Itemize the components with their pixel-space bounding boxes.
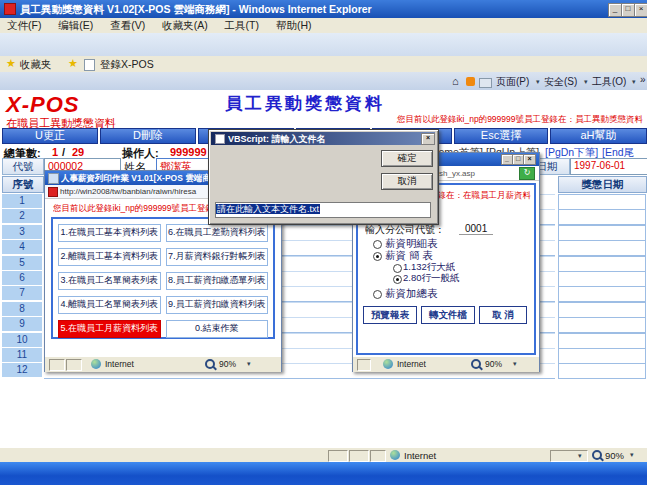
taskbar: 开始 e » 3 新... 3 W...▾ 3 R...▾ Glob... 4 …	[0, 462, 647, 485]
dialog-icon	[215, 134, 225, 144]
seq-row[interactable]: 2	[2, 209, 42, 223]
seq-row[interactable]: 8	[2, 302, 42, 316]
radio-salary-detail[interactable]	[373, 240, 382, 249]
salary-window-url[interactable]: sh_yx.asp	[439, 169, 515, 178]
radio-salary-total-label[interactable]: 薪資加總表	[385, 287, 438, 301]
menu-item-8[interactable]: 8.員工薪資扣繳憑單列表	[166, 272, 269, 290]
menu-item-6[interactable]: 6.在職員工差勤資料列表	[166, 224, 269, 242]
date-input[interactable]: 1997-06-01	[570, 158, 647, 175]
print-menu-panel: 1.在職員工基本資料列表 6.在職員工差勤資料列表 2.離職員工基本資料列表 7…	[51, 217, 275, 339]
filename-input[interactable]: 請在此輸入文本文件名.txt	[215, 202, 431, 218]
zoom-dd-icon[interactable]: ▾	[630, 451, 634, 459]
print-window-statusbar: Internet 90% ▾	[45, 356, 281, 372]
vbscript-dialog-titlebar: VBScript: 請輸入文件名 ×	[211, 132, 435, 145]
btn-update[interactable]: U更正	[2, 128, 98, 144]
total-sep: /	[62, 146, 65, 158]
seq-row[interactable]: 1	[2, 194, 42, 208]
feeds-icon[interactable]	[466, 77, 475, 86]
seq-row[interactable]: 4	[2, 240, 42, 254]
go-refresh-icon[interactable]: ↻	[519, 167, 535, 180]
print-window-favicon	[48, 187, 58, 197]
favorites-star-icon[interactable]: ★	[6, 57, 16, 70]
company-code-value[interactable]: 0001	[459, 223, 493, 235]
menu-item-4[interactable]: 4.離職員工名單簡表列表	[58, 296, 161, 314]
btn-delete[interactable]: D刪除	[100, 128, 196, 144]
menu-item-3[interactable]: 3.在職員工名單簡表列表	[58, 272, 161, 290]
menu-tools[interactable]: 工具(T)	[218, 18, 266, 34]
zoom-level[interactable]: 90%	[485, 359, 502, 369]
export-file-button[interactable]: 轉文件檔	[421, 306, 475, 324]
award-date-cell	[558, 240, 646, 256]
address-bar: ← → http://win2008/tw/salary/ygydl.asp?m…	[0, 33, 647, 56]
btn-help[interactable]: aH幫助	[550, 128, 647, 144]
protected-mode-box[interactable]: ▾	[550, 450, 588, 462]
favorites-label[interactable]: 收藏夹	[20, 58, 52, 72]
radio-salary-brief[interactable]	[373, 252, 382, 261]
zoom-level[interactable]: 90%	[219, 359, 236, 369]
seq-row[interactable]: 9	[2, 317, 42, 331]
seq-row[interactable]: 12	[2, 363, 42, 377]
internet-zone-icon	[383, 359, 393, 369]
btn-esc-select[interactable]: Esc選擇	[454, 128, 548, 144]
cmd-tools[interactable]: 工具(O)	[592, 75, 626, 89]
zoom-level[interactable]: 90%	[605, 450, 624, 461]
seq-row[interactable]: 3	[2, 225, 42, 239]
menu-item-2[interactable]: 2.離職員工基本資料列表	[58, 248, 161, 266]
minimize-button[interactable]: _	[608, 3, 622, 17]
award-date-cell	[558, 333, 646, 349]
menu-item-1[interactable]: 1.在職員工基本資料列表	[58, 224, 161, 242]
close-button[interactable]: ×	[634, 3, 647, 17]
screen: 員工異動獎懲資料 V1.02[X-POS 雲端商務網] - Windows In…	[0, 0, 647, 485]
seq-row[interactable]: 6	[2, 271, 42, 285]
ie-status-bar: Internet ▾ 90% ▾	[0, 447, 647, 463]
seq-row[interactable]: 11	[2, 348, 42, 362]
window-titlebar: 員工異動獎懲資料 V1.02[X-POS 雲端商務網] - Windows In…	[0, 0, 647, 18]
menu-file[interactable]: 文件(F)	[0, 18, 48, 34]
tab-bar: 員工異動獎懲資料 V1.02[X-POS 雲端商務網] ⌂ 页面(P)▾ 安全(…	[0, 72, 647, 91]
status-segment	[328, 450, 348, 462]
add-favorite-icon[interactable]: ★	[68, 57, 78, 70]
cmd-safety-dd-icon: ▾	[584, 78, 588, 86]
total-current: 1	[52, 146, 58, 158]
menu-item-5-active[interactable]: 5.在職員工月薪資料列表	[58, 320, 161, 338]
operator-value: 999999	[170, 146, 207, 158]
ok-button[interactable]: 確定	[381, 150, 433, 167]
menu-favorites[interactable]: 收藏夹(A)	[155, 18, 215, 34]
zoom-icon	[205, 359, 215, 369]
toolbar-overflow-icon[interactable]: »	[640, 74, 646, 85]
cmd-page[interactable]: 页面(P)	[496, 75, 529, 89]
home-icon[interactable]: ⌂	[452, 75, 459, 87]
radio-paper-80-label[interactable]: 2.80行一般紙	[403, 272, 460, 285]
preview-report-button[interactable]: 預覽報表	[363, 306, 417, 324]
radio-paper-80[interactable]	[393, 275, 402, 284]
print-icon[interactable]	[479, 78, 492, 88]
status-segment	[349, 450, 369, 462]
cmd-safety[interactable]: 安全(S)	[544, 75, 577, 89]
favorites-link-xpos[interactable]: 登錄X-POS	[100, 58, 154, 72]
menu-help[interactable]: 帮助(H)	[269, 18, 319, 34]
close-button[interactable]: ×	[523, 154, 536, 165]
status-segment	[49, 359, 65, 371]
filename-input-selected-text: 請在此輸入文本文件名.txt	[216, 204, 320, 214]
seq-row[interactable]: 7	[2, 286, 42, 300]
close-icon[interactable]: ×	[421, 133, 435, 145]
maximize-button[interactable]: □	[621, 3, 635, 17]
zoom-dd-icon[interactable]: ▾	[247, 360, 251, 368]
seq-row[interactable]: 10	[2, 333, 42, 347]
seq-row[interactable]: 5	[2, 256, 42, 270]
menu-item-0-exit[interactable]: 0.結束作業	[166, 320, 269, 338]
radio-paper-132[interactable]	[393, 264, 402, 273]
menu-item-7[interactable]: 7.月薪資料銀行對帳列表	[166, 248, 269, 266]
vbscript-dialog-title: VBScript: 請輸入文件名	[228, 133, 413, 146]
print-window-icon	[48, 173, 59, 184]
login-notice: 您目前以此登錄iki_np的999999號員工登錄在：員工異動獎懲資料	[300, 114, 643, 126]
menu-item-9[interactable]: 9.員工薪資扣繳資料列表	[166, 296, 269, 314]
code-label: 代號	[2, 158, 44, 175]
menu-edit[interactable]: 编辑(E)	[51, 18, 100, 34]
total-count: 29	[72, 146, 84, 158]
menu-view[interactable]: 查看(V)	[103, 18, 152, 34]
radio-salary-total[interactable]	[373, 290, 382, 299]
cancel-button[interactable]: 取 消	[479, 306, 527, 324]
cancel-button[interactable]: 取消	[381, 173, 433, 190]
zoom-dd-icon[interactable]: ▾	[513, 360, 517, 368]
